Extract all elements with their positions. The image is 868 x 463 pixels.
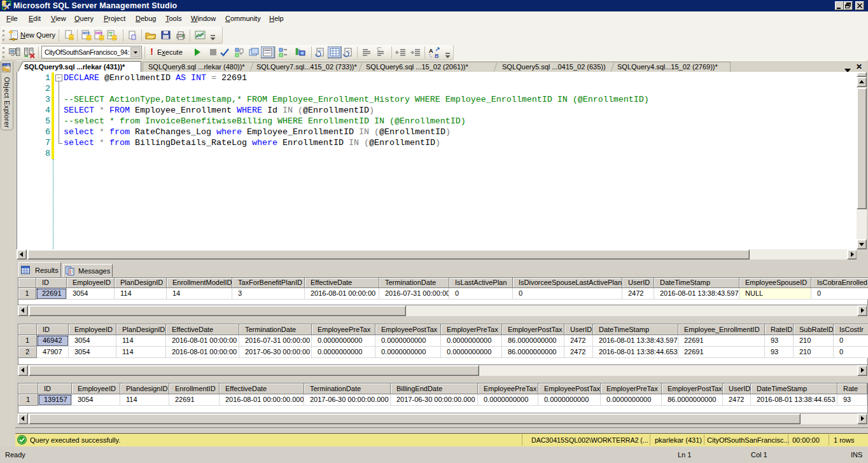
svg-text:DMX: DMX (95, 31, 103, 35)
svg-text:B: B (435, 53, 439, 59)
svg-text:A: A (429, 48, 433, 54)
svg-text:MDX: MDX (83, 31, 90, 35)
